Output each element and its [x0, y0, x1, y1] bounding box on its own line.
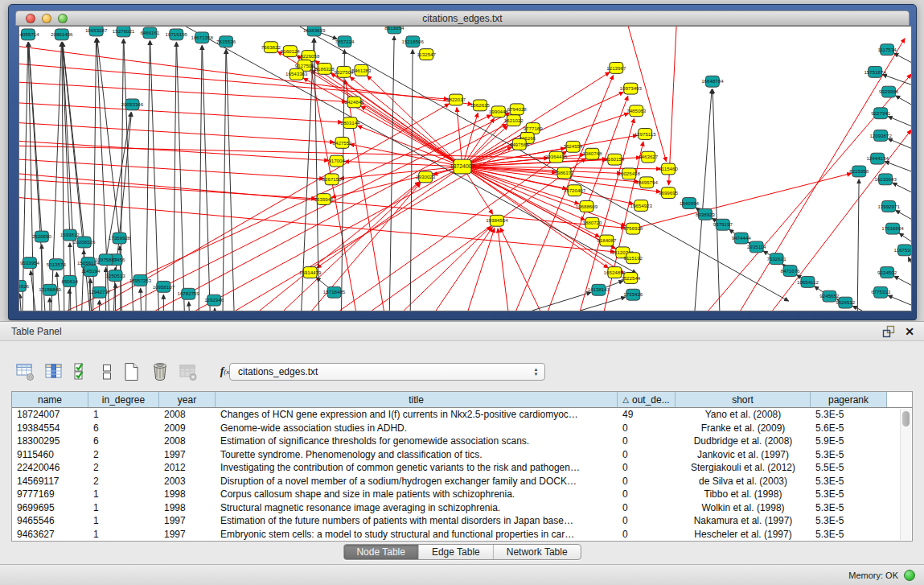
- table-cell[interactable]: 18724007: [12, 408, 88, 422]
- network-node[interactable]: 2520650: [32, 231, 52, 242]
- table-cell[interactable]: 0: [618, 435, 676, 448]
- column-header-title[interactable]: title: [216, 392, 618, 407]
- table-row[interactable]: 2242004622012Investigating the contribut…: [12, 461, 912, 475]
- table-cell[interactable]: Estimation of the future numbers of pati…: [216, 514, 618, 528]
- select-all-icon[interactable]: [71, 360, 93, 383]
- table-cell[interactable]: Jankovic et al. (1997): [676, 448, 811, 462]
- table-cell[interactable]: 2: [88, 448, 159, 462]
- network-node[interactable]: 16648784: [701, 76, 724, 87]
- table-cell[interactable]: 1: [88, 408, 159, 422]
- table-cell[interactable]: 1997: [159, 448, 216, 462]
- network-node[interactable]: 1080748: [582, 148, 602, 159]
- column-header-in_degree[interactable]: in_degree: [88, 392, 159, 407]
- table-cell[interactable]: 1: [88, 528, 159, 542]
- network-node[interactable]: 16083839: [303, 27, 326, 36]
- network-node[interactable]: 8267150: [322, 174, 343, 185]
- table-cell[interactable]: Embryonic stem cells: a model to study s…: [216, 528, 618, 542]
- table-cell[interactable]: 0: [618, 422, 676, 435]
- network-node[interactable]: 7615526: [216, 36, 236, 47]
- network-node[interactable]: 9327504: [335, 66, 355, 77]
- table-cell[interactable]: 9463627: [12, 528, 88, 542]
- table-cell[interactable]: 0: [618, 488, 676, 501]
- table-mode-icon[interactable]: [14, 360, 37, 383]
- table-cell[interactable]: 1: [88, 488, 159, 501]
- network-window-titlebar[interactable]: citations_edges.txt: [15, 10, 910, 26]
- network-node[interactable]: 7535945: [314, 194, 335, 205]
- network-graph[interactable]: 1405571420891406106532871527602164661611…: [19, 27, 911, 311]
- table-cell[interactable]: 18300295: [12, 435, 88, 448]
- new-column-icon[interactable]: [121, 360, 143, 383]
- table-cell[interactable]: 1998: [159, 501, 216, 515]
- table-selector-dropdown[interactable]: citations_edges.txt ▲▼: [229, 363, 545, 381]
- column-header-out_de[interactable]: △out_de...: [618, 392, 676, 407]
- network-node[interactable]: 7663822: [261, 42, 281, 53]
- table-cell[interactable]: Tourette syndrome. Phenomenology and cla…: [216, 448, 618, 462]
- table-cell[interactable]: Franke et al. (2009): [676, 422, 811, 435]
- table-cell[interactable]: 2012: [159, 461, 216, 475]
- network-node[interactable]: 15718485: [323, 286, 346, 298]
- network-node[interactable]: 16782759: [178, 288, 200, 299]
- network-node[interactable]: 15218506: [402, 36, 425, 47]
- network-node[interactable]: 5013574: [47, 259, 67, 270]
- network-node[interactable]: 12093872: [869, 130, 892, 142]
- network-node[interactable]: 7485063: [626, 105, 647, 117]
- network-node[interactable]: 9463627: [639, 151, 659, 163]
- table-cell[interactable]: 0: [618, 528, 676, 542]
- unselect-rows-icon[interactable]: [99, 360, 115, 383]
- table-cell[interactable]: Yano et al. (2008): [676, 408, 811, 422]
- table-row[interactable]: 911546021997Tourette syndrome. Phenomeno…: [12, 448, 912, 462]
- table-scrollbar[interactable]: [900, 409, 911, 540]
- table-cell[interactable]: 2: [88, 461, 159, 475]
- network-node[interactable]: 2803144: [341, 117, 361, 129]
- table-cell[interactable]: 6: [88, 422, 159, 435]
- table-cell[interactable]: Changes of HCN gene expression and I(f) …: [216, 408, 618, 422]
- network-node[interactable]: 3915926: [19, 280, 30, 291]
- delete-column-icon[interactable]: [149, 360, 171, 383]
- network-node[interactable]: 10688609: [576, 201, 598, 212]
- network-node[interactable]: 6466161: [140, 27, 160, 39]
- network-node[interactable]: 1733426: [623, 289, 643, 300]
- network-node[interactable]: 12942737: [88, 286, 111, 298]
- network-node[interactable]: 1640954: [680, 198, 700, 209]
- network-node[interactable]: 5461283: [351, 64, 372, 76]
- table-cell[interactable]: 5.6E-5: [811, 422, 887, 435]
- network-node[interactable]: 2935114: [747, 241, 766, 253]
- network-node[interactable]: 10719195: [166, 29, 188, 40]
- network-node[interactable]: 1145194: [81, 266, 101, 277]
- table-cell[interactable]: 14569117: [12, 475, 88, 488]
- column-visibility-icon[interactable]: [43, 360, 65, 383]
- network-window[interactable]: citations_edges.txt 14055714208914061065…: [8, 4, 917, 320]
- network-node[interactable]: 917004: [328, 155, 345, 167]
- network-node[interactable]: 1621022: [504, 115, 524, 126]
- network-node[interactable]: 17016504: [881, 223, 904, 234]
- table-cell[interactable]: 1997: [159, 514, 216, 528]
- table-cell[interactable]: 5.3E-5: [811, 501, 887, 515]
- network-node[interactable]: 17957253: [129, 275, 152, 286]
- network-node[interactable]: 9227341: [871, 108, 891, 119]
- table-cell[interactable]: 5.3E-5: [811, 475, 887, 488]
- network-node[interactable]: 6775313: [871, 286, 891, 298]
- network-node[interactable]: 8471676: [781, 266, 801, 277]
- table-cell[interactable]: Disruption of a novel member of a sodium…: [216, 475, 618, 488]
- table-cell[interactable]: 1: [88, 514, 159, 528]
- table-cell[interactable]: 49: [618, 408, 676, 422]
- table-cell[interactable]: Investigating the contribution of common…: [216, 461, 618, 475]
- network-node[interactable]: 16671358: [191, 32, 213, 43]
- table-scrollbar-thumb[interactable]: [902, 411, 910, 426]
- network-node[interactable]: 3822017: [446, 94, 466, 105]
- network-node[interactable]: 17359928: [109, 233, 131, 244]
- network-node[interactable]: 9379197: [713, 219, 733, 230]
- column-header-name[interactable]: name: [12, 392, 88, 407]
- table-row[interactable]: 946554611997Estimation of the future num…: [12, 514, 912, 528]
- table-row[interactable]: 1938455462009Genome-wide association stu…: [12, 422, 912, 435]
- table-cell[interactable]: 0: [618, 501, 676, 515]
- tab-edge-table[interactable]: Edge Table: [419, 545, 494, 559]
- network-node[interactable]: 1990448: [489, 106, 509, 117]
- table-cell[interactable]: Wolkin et al. (1998): [676, 501, 811, 515]
- network-node[interactable]: 850614: [61, 275, 78, 286]
- network-node[interactable]: 9699695: [659, 187, 679, 199]
- network-node[interactable]: 9184087: [597, 235, 617, 246]
- tab-network-table[interactable]: Network Table: [494, 545, 581, 559]
- table-row[interactable]: 946362711997Embryonic stem cells: a mode…: [12, 528, 912, 542]
- table-cell[interactable]: Tibbo et al. (1998): [676, 488, 811, 501]
